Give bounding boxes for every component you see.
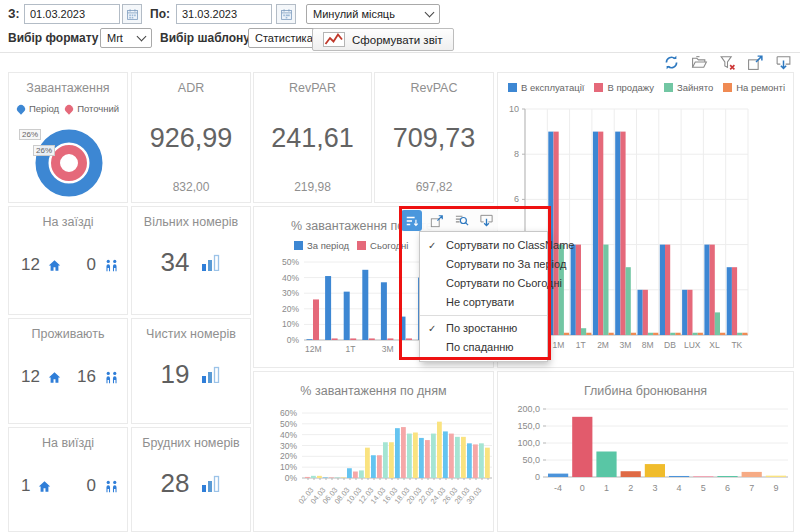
- svg-text:30%: 30%: [280, 441, 297, 451]
- card-staying: Проживають 12 16: [8, 318, 128, 424]
- card-title: На заїзді: [9, 207, 127, 229]
- bar-stats-icon: [201, 254, 221, 271]
- svg-text:3M: 3M: [382, 344, 394, 354]
- card-title: RevPAR: [254, 73, 371, 95]
- svg-text:10: 10: [509, 104, 519, 114]
- chevron-down-icon: [137, 32, 147, 42]
- card-title: Вільних номерів: [132, 207, 250, 229]
- svg-text:0: 0: [580, 483, 585, 493]
- card-title: RevPAC: [375, 73, 493, 95]
- donut-period-label: 26%: [19, 129, 41, 140]
- open-report-icon[interactable]: [691, 54, 708, 71]
- date-to-input[interactable]: [176, 4, 272, 24]
- svg-text:1: 1: [604, 483, 609, 493]
- chevron-down-icon: [425, 8, 435, 18]
- card-revpar: RevPAR 241,61 219,98: [253, 72, 372, 203]
- template-label: Вибір шаблону: [160, 31, 250, 45]
- generate-report-label: Сформувати звіт: [352, 34, 443, 46]
- arrivals-counts: 12 0: [9, 255, 127, 275]
- house-icon: [38, 480, 51, 493]
- legend-item[interactable]: Період: [17, 103, 59, 114]
- menu-item[interactable]: Не сортувати: [420, 293, 547, 312]
- zoom-list-button[interactable]: [451, 210, 472, 231]
- arrivals-rooms-count: 12: [21, 255, 40, 275]
- svg-text:1M: 1M: [553, 340, 565, 350]
- svg-text:3M: 3M: [619, 340, 631, 350]
- menu-item[interactable]: По спаданню: [420, 338, 547, 357]
- guests-icon: [104, 259, 119, 272]
- period-select[interactable]: Минулий місяць: [306, 4, 440, 24]
- card-title: Брудних номерів: [132, 428, 250, 450]
- occupancy-by-day-chart: 0%10%20%30%40%50%60%02.0304.0306.0308.03…: [254, 372, 493, 531]
- legend-label: Період: [29, 103, 59, 114]
- house-icon: [48, 259, 61, 272]
- donut-current-label: 26%: [33, 145, 55, 156]
- revpar-value: 241,61: [254, 123, 371, 154]
- date-to-label: По:: [150, 7, 170, 21]
- svg-text:60%: 60%: [280, 408, 297, 418]
- calendar-to-button[interactable]: [276, 4, 296, 24]
- svg-text:1T: 1T: [346, 344, 356, 354]
- adr-value: 926,99: [132, 123, 250, 154]
- sort-context-menu: ✓Сортувати по ClassNameСортувати по За п…: [419, 231, 548, 362]
- refresh-icon[interactable]: [663, 54, 680, 71]
- card-title: Проживають: [9, 319, 127, 341]
- svg-text:200,0: 200,0: [517, 404, 540, 414]
- card-title: ADR: [132, 73, 250, 95]
- free-rooms-count: 34: [161, 247, 190, 278]
- staying-guests-count: 16: [77, 367, 96, 387]
- resize-icon[interactable]: [747, 54, 764, 71]
- date-from-label: З:: [8, 7, 20, 21]
- menu-separator: [420, 315, 547, 316]
- svg-text:50%: 50%: [282, 257, 299, 267]
- card-free-rooms: Вільних номерів 34: [131, 206, 251, 315]
- check-icon: ✓: [428, 236, 436, 255]
- legend-item[interactable]: Поточний: [65, 103, 119, 114]
- menu-item[interactable]: ✓По зростанню: [420, 319, 547, 338]
- bar-stats-icon: [201, 475, 221, 492]
- occupancy-by-day-panel: % завантаження по дням 0%10%20%30%40%50%…: [253, 371, 494, 532]
- dirty-rooms-row: 28: [132, 468, 250, 499]
- card-clean-rooms: Чистих номерів 19: [131, 318, 251, 424]
- svg-text:TK: TK: [731, 340, 742, 350]
- menu-item[interactable]: Сортувати по За період: [420, 255, 547, 274]
- check-icon: ✓: [428, 319, 436, 338]
- divider: [0, 52, 800, 53]
- guests-icon: [104, 371, 119, 384]
- card-title: На виїзді: [9, 428, 127, 450]
- svg-text:100,0: 100,0: [517, 438, 540, 448]
- arrivals-guests-count: 0: [87, 255, 96, 275]
- revpac-sub-value: 697,82: [375, 180, 493, 194]
- svg-text:20%: 20%: [282, 304, 299, 314]
- svg-text:2: 2: [628, 483, 633, 493]
- svg-text:8: 8: [514, 149, 519, 159]
- menu-item[interactable]: ✓Сортувати по ClassName: [420, 236, 547, 255]
- calendar-from-button[interactable]: [122, 4, 142, 24]
- export-icon[interactable]: [775, 54, 792, 71]
- sort-button[interactable]: [401, 210, 422, 231]
- guests-icon: [104, 480, 119, 493]
- legend-swatch-icon: [15, 103, 26, 114]
- format-select[interactable]: Mrt: [100, 28, 152, 48]
- resize-button[interactable]: [426, 210, 447, 231]
- svg-text:150,0: 150,0: [517, 421, 540, 431]
- calendar-icon: [280, 8, 293, 21]
- menu-item[interactable]: Сортувати по Сьогодні: [420, 274, 547, 293]
- generate-report-button[interactable]: Сформувати звіт: [312, 28, 454, 51]
- export-button[interactable]: [476, 210, 497, 231]
- menu-item-label: По зростанню: [446, 322, 517, 334]
- menu-item-label: Сортувати по ClassName: [446, 239, 574, 251]
- svg-text:20%: 20%: [280, 451, 297, 461]
- staying-counts: 12 16: [9, 367, 127, 387]
- period-select-value: Минулий місяць: [313, 8, 395, 20]
- legend-swatch-icon: [63, 103, 74, 114]
- bar-stats-icon: [201, 366, 221, 383]
- chart-mini-toolbar: [400, 209, 498, 232]
- card-adr: ADR 926,99 832,00: [131, 72, 251, 203]
- svg-text:0%: 0%: [287, 335, 300, 345]
- clear-filter-icon[interactable]: [719, 54, 736, 71]
- zoom-list-icon: [454, 213, 469, 228]
- svg-text:7: 7: [749, 483, 754, 493]
- date-from-input[interactable]: [24, 4, 120, 24]
- adr-sub-value: 832,00: [132, 180, 250, 194]
